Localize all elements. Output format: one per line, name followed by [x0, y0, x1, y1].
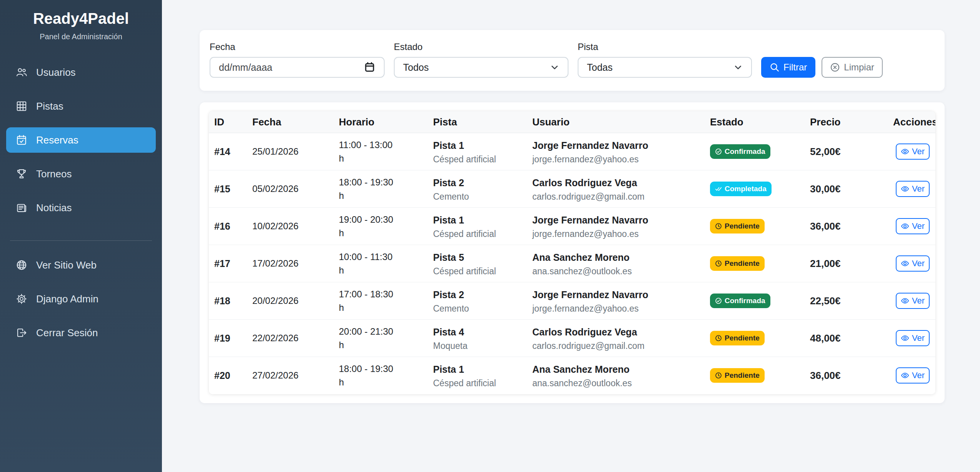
- table-header: ID Fecha Horario Pista Usuario Estado Pr…: [209, 111, 935, 133]
- reservation-time: 18:00 - 19:30 h: [333, 170, 428, 208]
- sidebar-item-django-admin[interactable]: Django Admin: [6, 286, 156, 312]
- view-button-label: Ver: [912, 334, 925, 343]
- time-range: 18:00 - 19:30: [339, 362, 425, 375]
- check-circle-icon: [715, 297, 722, 304]
- court-surface: Césped artificial: [433, 228, 524, 240]
- status-badge: Confirmada: [710, 144, 770, 159]
- time-range: 18:00 - 19:30: [339, 175, 425, 189]
- court-surface: Césped artificial: [433, 265, 524, 277]
- reservation-price: 21,00€: [805, 245, 888, 282]
- user-name: Jorge Fernandez Navarro: [532, 288, 702, 302]
- reservation-actions: Ver: [888, 133, 935, 170]
- status-badge-label: Pendiente: [725, 222, 760, 230]
- time-unit: h: [339, 264, 425, 277]
- reservation-status: Confirmada: [705, 282, 805, 320]
- reservation-time: 10:00 - 11:30 h: [333, 245, 428, 282]
- view-button-label: Ver: [912, 371, 925, 380]
- column-header-usuario: Usuario: [527, 111, 705, 133]
- column-header-estado: Estado: [705, 111, 805, 133]
- view-button-label: Ver: [912, 222, 925, 231]
- pista-select[interactable]: Todas: [578, 57, 752, 78]
- column-header-id: ID: [209, 111, 247, 133]
- court-name: Pista 1: [433, 138, 524, 152]
- sidebar-item-ver-sitio-web[interactable]: Ver Sitio Web: [6, 252, 156, 278]
- view-button-label: Ver: [912, 259, 925, 268]
- estado-select-value: Todos: [403, 62, 550, 73]
- app-title: Ready4Padel: [0, 10, 162, 27]
- grid-icon: [16, 101, 27, 112]
- time-unit: h: [339, 226, 425, 240]
- view-button[interactable]: Ver: [896, 181, 930, 197]
- status-badge: Pendiente: [710, 219, 765, 233]
- check-all-icon: [715, 185, 722, 192]
- reservation-price: 52,00€: [805, 133, 888, 170]
- court-name: Pista 2: [433, 288, 524, 302]
- column-header-horario: Horario: [333, 111, 428, 133]
- date-input[interactable]: dd/mm/aaaa: [210, 57, 385, 78]
- sidebar-item-noticias[interactable]: Noticias: [6, 195, 156, 220]
- sidebar-item-reservas[interactable]: Reservas: [6, 127, 156, 153]
- status-badge: Pendiente: [710, 331, 765, 345]
- sidebar-item-usuarios[interactable]: Usuarios: [6, 60, 156, 85]
- court-surface: Moqueta: [433, 340, 524, 352]
- user-email: jorge.fernandez@yahoo.es: [532, 153, 702, 165]
- filter-button[interactable]: Filtrar: [761, 57, 815, 78]
- sidebar-divider: [10, 240, 152, 241]
- time-range: 10:00 - 11:30: [339, 250, 425, 264]
- time-unit: h: [339, 375, 425, 389]
- sidebar-footer-nav: Ver Sitio Web Django Admin: [0, 252, 162, 354]
- reservation-actions: Ver: [888, 320, 935, 357]
- table-row: #14 25/01/2026 11:00 - 13:00 h Pista 1 C…: [209, 133, 935, 170]
- estado-select[interactable]: Todos: [394, 57, 568, 78]
- reservation-user: Ana Sanchez Moreno ana.sanchez@outlook.e…: [527, 245, 705, 282]
- reservation-user: Carlos Rodriguez Vega carlos.rodriguez@g…: [527, 170, 705, 208]
- status-badge-label: Confirmada: [725, 297, 765, 305]
- reservation-id: #18: [209, 282, 247, 320]
- reservation-actions: Ver: [888, 245, 935, 282]
- reservation-time: 20:00 - 21:30 h: [333, 320, 428, 357]
- status-badge: Completada: [710, 182, 772, 196]
- reservation-court: Pista 1 Césped artificial: [428, 357, 527, 394]
- clock-icon: [715, 335, 722, 342]
- reservation-court: Pista 4 Moqueta: [428, 320, 527, 357]
- calendar-icon[interactable]: [364, 62, 375, 73]
- view-button[interactable]: Ver: [896, 218, 930, 234]
- sidebar-item-label: Cerrar Sesión: [36, 327, 98, 339]
- reservation-user: Jorge Fernandez Navarro jorge.fernandez@…: [527, 282, 705, 320]
- reservation-time: 11:00 - 13:00 h: [333, 133, 428, 170]
- court-name: Pista 4: [433, 325, 524, 339]
- sidebar-item-torneos[interactable]: Torneos: [6, 161, 156, 187]
- sidebar-item-label: Django Admin: [36, 293, 98, 305]
- sidebar-item-pistas[interactable]: Pistas: [6, 93, 156, 119]
- time-range: 17:00 - 18:30: [339, 287, 425, 301]
- table-row: #18 20/02/2026 17:00 - 18:30 h Pista 2 C…: [209, 282, 935, 320]
- eye-icon: [901, 371, 909, 380]
- view-button[interactable]: Ver: [896, 293, 930, 309]
- court-surface: Césped artificial: [433, 377, 524, 389]
- date-filter-label: Fecha: [210, 42, 385, 52]
- view-button[interactable]: Ver: [896, 143, 930, 160]
- view-button[interactable]: Ver: [896, 255, 930, 272]
- eye-icon: [901, 222, 909, 230]
- clear-button[interactable]: Limpiar: [822, 57, 883, 78]
- sidebar-item-cerrar-sesion[interactable]: Cerrar Sesión: [6, 320, 156, 345]
- sidebar-item-label: Pistas: [36, 100, 63, 112]
- date-input-placeholder: dd/mm/aaaa: [219, 62, 364, 73]
- sidebar-item-label: Noticias: [36, 202, 72, 214]
- reservation-user: Carlos Rodriguez Vega carlos.rodriguez@g…: [527, 320, 705, 357]
- pista-filter-group: Pista Todas: [578, 42, 752, 78]
- app-root: Ready4Padel Panel de Administración Usua…: [0, 0, 980, 472]
- time-unit: h: [339, 189, 425, 202]
- reservation-court: Pista 5 Césped artificial: [428, 245, 527, 282]
- reservation-price: 22,50€: [805, 282, 888, 320]
- view-button[interactable]: Ver: [896, 330, 930, 346]
- sidebar-item-label: Reservas: [36, 134, 78, 146]
- view-button-label: Ver: [912, 147, 925, 156]
- reservations-table: ID Fecha Horario Pista Usuario Estado Pr…: [209, 111, 935, 394]
- status-badge-label: Confirmada: [725, 148, 765, 155]
- view-button[interactable]: Ver: [896, 367, 930, 384]
- reservation-date: 10/02/2026: [247, 208, 333, 245]
- sidebar-nav: Usuarios Pistas Reservas: [0, 60, 162, 229]
- newspaper-icon: [16, 202, 27, 213]
- time-unit: h: [339, 152, 425, 165]
